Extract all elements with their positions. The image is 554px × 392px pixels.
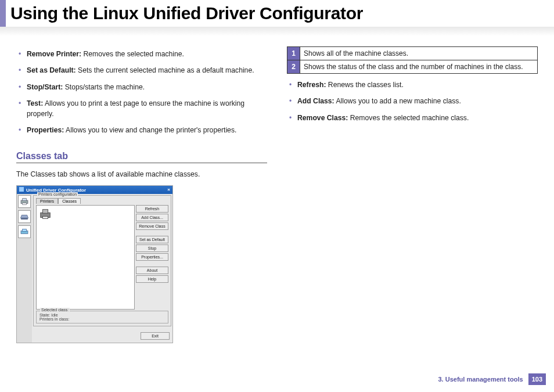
tab-printers[interactable]: Printers	[36, 198, 58, 204]
close-icon[interactable]: ×	[167, 187, 170, 192]
page-header: Using the Linux Unified Driver Configura…	[0, 0, 554, 27]
app-icon	[19, 187, 24, 192]
status-panel: Selected class: State: Idle Printers in …	[36, 311, 168, 323]
printer-actions-list: Remove Printer: Removes the selected mac…	[16, 49, 267, 136]
legend-table: 1 Shows all of the machine classes. 2 Sh…	[287, 46, 538, 74]
button-column: Refresh Add Class... Remove Class Set as…	[136, 205, 168, 310]
chapter-label: 3. Useful management tools	[438, 376, 523, 383]
stop-button[interactable]: Stop	[136, 244, 168, 252]
svg-marker-3	[20, 215, 28, 218]
sidebar-ports-button[interactable]	[18, 225, 31, 238]
page-footer: 3. Useful management tools 103	[438, 373, 546, 385]
list-item: Test: Allows you to print a test page to…	[16, 98, 267, 120]
scanner-icon	[20, 213, 29, 221]
svg-rect-6	[23, 229, 27, 231]
screenshot-window: Unified Driver Configurator ×	[16, 185, 173, 343]
svg-rect-1	[23, 198, 27, 200]
right-column: 1 Shows all of the machine classes. 2 Sh…	[287, 43, 538, 343]
printer-alt-icon	[20, 228, 29, 236]
tab-classes[interactable]: Classes	[58, 198, 81, 204]
status-line: State: Idle	[39, 313, 165, 317]
legend-num: 1	[287, 47, 300, 60]
printer-icon	[20, 197, 29, 206]
exit-button[interactable]: Exit	[141, 332, 170, 340]
set-default-button[interactable]: Set as Default	[136, 236, 168, 243]
page-number: 103	[528, 373, 546, 385]
printer-class-icon	[39, 208, 52, 221]
printers-config-fieldset: Printers configuration Printers Classes …	[33, 195, 171, 326]
svg-rect-4	[21, 218, 28, 219]
class-listbox[interactable]	[36, 205, 135, 310]
class-actions-list: Refresh: Renews the classes list. Add Cl…	[287, 80, 538, 123]
about-button[interactable]: About	[136, 267, 168, 274]
svg-rect-8	[42, 210, 48, 213]
list-item: Remove Class: Removes the selected machi…	[287, 113, 538, 123]
add-class-button[interactable]: Add Class...	[136, 214, 168, 221]
help-button[interactable]: Help	[136, 275, 168, 283]
status-label: Selected class:	[40, 308, 70, 312]
list-item: Add Class: Allows you to add a new machi…	[287, 96, 538, 106]
header-shadow	[0, 26, 554, 36]
list-item: Stop/Start: Stops/starts the machine.	[16, 82, 267, 92]
svg-rect-9	[42, 216, 48, 218]
refresh-button[interactable]: Refresh	[136, 205, 168, 213]
tabs: Printers Classes	[36, 198, 168, 204]
properties-button[interactable]: Properties...	[136, 253, 168, 261]
sidebar-printers-button[interactable]	[18, 195, 31, 208]
legend-desc: Shows the status of the class and the nu…	[300, 60, 538, 74]
svg-rect-2	[23, 203, 27, 204]
fieldset-label: Printers configuration	[37, 192, 78, 196]
table-row: 1 Shows all of the machine classes.	[287, 47, 538, 60]
sidebar-scanners-button[interactable]	[18, 210, 31, 223]
list-item: Refresh: Renews the classes list.	[287, 80, 538, 90]
list-item: Remove Printer: Removes the selected mac…	[16, 49, 267, 59]
content-columns: Remove Printer: Removes the selected mac…	[0, 36, 554, 343]
remove-class-button[interactable]: Remove Class	[136, 222, 168, 230]
list-item: Properties: Allows you to view and chang…	[16, 125, 267, 135]
classes-tab-intro: The Classes tab shows a list of availabl…	[16, 170, 267, 178]
page-title: Using the Linux Unified Driver Configura…	[10, 3, 554, 23]
status-line: Printers in class:	[39, 317, 165, 321]
legend-desc: Shows all of the machine classes.	[300, 47, 538, 60]
left-column: Remove Printer: Removes the selected mac…	[16, 43, 267, 343]
legend-num: 2	[287, 60, 300, 74]
list-item: Set as Default: Sets the current selecte…	[16, 65, 267, 75]
classes-tab-heading: Classes tab	[16, 151, 267, 163]
sidebar	[17, 194, 32, 343]
table-row: 2 Shows the status of the class and the …	[287, 60, 538, 74]
